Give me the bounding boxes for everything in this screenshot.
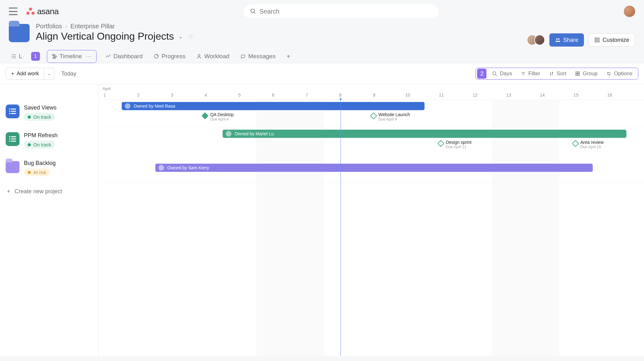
plus-icon: + <box>11 71 14 77</box>
create-project-button[interactable]: +Create new project <box>0 183 98 200</box>
project-row[interactable]: PPM Refresh On track <box>0 128 98 155</box>
customize-label: Customize <box>602 37 629 43</box>
day-label: 16 <box>607 93 612 98</box>
portfolio-icon <box>9 24 30 42</box>
timeline-icon <box>52 54 57 59</box>
svg-rect-37 <box>11 113 16 114</box>
day-label: 10 <box>405 93 410 98</box>
star-icon[interactable]: ☆ <box>187 32 194 41</box>
tab-timeline[interactable]: Timeline ⋯ <box>47 50 97 63</box>
milestone[interactable]: Website Launch Due April 9 <box>371 112 410 121</box>
svg-rect-7 <box>597 41 599 42</box>
svg-line-20 <box>496 75 497 76</box>
diamond-icon <box>370 112 377 120</box>
avatar <box>534 35 545 45</box>
tab-more-icon[interactable]: ⋯ <box>86 53 92 60</box>
svg-rect-24 <box>576 72 577 73</box>
menu-toggle[interactable] <box>9 8 18 15</box>
callout-badge-2: 2 <box>477 69 486 79</box>
day-label: 14 <box>540 93 545 98</box>
asana-logo[interactable]: asana <box>26 7 58 16</box>
filter-label: Filter <box>528 71 540 77</box>
svg-rect-15 <box>53 56 57 57</box>
chevron-down-icon: ⌄ <box>47 71 51 76</box>
svg-rect-25 <box>578 72 580 73</box>
sort-label: Sort <box>557 71 566 77</box>
tab-dashboard[interactable]: Dashboard <box>103 50 145 63</box>
search-icon <box>250 8 256 14</box>
tab-dashboard-label: Dashboard <box>114 53 143 60</box>
tab-workload[interactable]: Workload <box>194 50 231 63</box>
milestone-due: Due April 11 <box>446 145 472 149</box>
share-button[interactable]: Share <box>549 33 584 47</box>
milestone-title: Design sprint <box>446 140 472 145</box>
status-badge: On track <box>24 113 55 121</box>
milestone-title: Website Launch <box>379 112 410 117</box>
tab-messages-label: Messages <box>248 53 276 60</box>
people-icon <box>555 37 561 43</box>
tab-progress[interactable]: Progress <box>152 50 187 63</box>
list-icon <box>11 54 16 59</box>
plus-icon: + <box>7 188 10 195</box>
day-label: 6 <box>272 93 275 98</box>
project-row[interactable]: Bug Backlog At risk <box>0 155 98 183</box>
svg-rect-27 <box>578 74 580 76</box>
timeline-bar[interactable]: Owned by Mariel Lu <box>223 130 626 138</box>
milestone[interactable]: QA Desktop Due April 4 <box>203 112 234 121</box>
sort-button[interactable]: Sort <box>545 69 571 79</box>
breadcrumb-root[interactable]: Portfolios <box>36 23 62 30</box>
group-label: Group <box>583 71 597 77</box>
add-work-button[interactable]: + Add work <box>6 68 44 80</box>
customize-button[interactable]: Customize <box>588 33 635 47</box>
add-tab-button[interactable]: + <box>284 52 292 60</box>
title-dropdown[interactable]: ⌄ <box>178 33 183 40</box>
options-icon <box>606 71 611 76</box>
tab-workload-label: Workload <box>204 53 230 60</box>
project-name: Bug Backlog <box>24 160 56 166</box>
svg-point-3 <box>558 38 560 40</box>
milestone[interactable]: Area review Due April 15 <box>573 140 604 149</box>
options-button[interactable]: Options <box>602 69 637 79</box>
today-button[interactable]: Today <box>59 71 79 77</box>
diamond-icon <box>572 140 579 147</box>
svg-rect-34 <box>9 111 10 112</box>
day-label: 11 <box>439 93 444 98</box>
svg-rect-38 <box>9 136 10 137</box>
svg-rect-41 <box>11 138 16 139</box>
day-label: 13 <box>506 93 511 98</box>
tab-messages[interactable]: Messages <box>238 50 278 63</box>
group-button[interactable]: Group <box>571 69 602 79</box>
project-name: PPM Refresh <box>24 132 58 139</box>
svg-rect-32 <box>9 109 10 110</box>
breadcrumb-parent[interactable]: Enterprise Pillar <box>70 23 115 30</box>
day-label: 7 <box>306 93 308 98</box>
sort-icon <box>549 71 554 76</box>
milestone-due: Due April 4 <box>210 117 234 121</box>
timeline-bar[interactable]: Owned by Neel Rasa <box>122 102 425 110</box>
tab-list[interactable]: L <box>9 50 24 63</box>
project-icon <box>6 132 19 146</box>
project-icon <box>6 104 19 118</box>
timeline-view: Saved Views On track PPM Refresh On trac… <box>0 84 644 356</box>
user-avatar[interactable] <box>624 6 635 17</box>
tab-list-label: L <box>19 53 22 60</box>
workload-icon <box>196 54 202 59</box>
project-name: Saved Views <box>24 104 57 111</box>
progress-icon <box>153 54 159 59</box>
filter-button[interactable]: Filter <box>516 69 545 79</box>
project-row[interactable]: Saved Views On track <box>0 100 98 128</box>
timeline-lane: Owned by Mariel Lu Design sprint Due Apr… <box>99 128 644 155</box>
search-input[interactable] <box>259 8 432 15</box>
tab-progress-label: Progress <box>162 53 186 60</box>
search-bar[interactable] <box>244 4 439 18</box>
days-button[interactable]: Days <box>488 69 516 79</box>
today-line <box>341 99 341 356</box>
member-avatars[interactable] <box>527 35 545 45</box>
chevron-right-icon: › <box>65 23 67 30</box>
day-label: 5 <box>238 93 241 98</box>
milestone[interactable]: Design sprint Due April 11 <box>438 140 472 149</box>
add-work-dropdown[interactable]: ⌄ <box>44 68 54 80</box>
svg-rect-35 <box>11 111 16 112</box>
svg-rect-33 <box>11 109 16 110</box>
timeline-bar[interactable]: Owned by Sam Kerry <box>155 164 593 172</box>
